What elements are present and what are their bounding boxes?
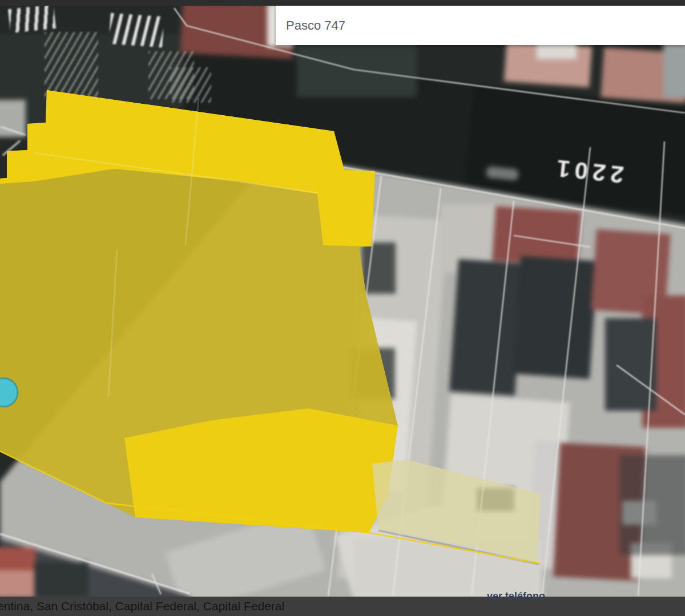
top-strip [0, 0, 685, 6]
phone-link[interactable]: ver teléfono [487, 590, 545, 602]
footer-bar: entina, San Cristóbal, Capital Federal, … [0, 597, 685, 616]
parcel-line [514, 236, 590, 247]
parcel-line [542, 147, 590, 596]
address-text: entina, San Cristóbal, Capital Federal, … [0, 597, 284, 616]
search-box [276, 6, 685, 45]
satellite-map-canvas[interactable]: 2201 ver teléfono entina, San Cristóbal,… [0, 0, 685, 616]
parcel-line [638, 141, 664, 596]
search-input[interactable] [276, 6, 685, 45]
parcel-line [0, 534, 190, 594]
parcel-overlay-layer [0, 0, 685, 616]
